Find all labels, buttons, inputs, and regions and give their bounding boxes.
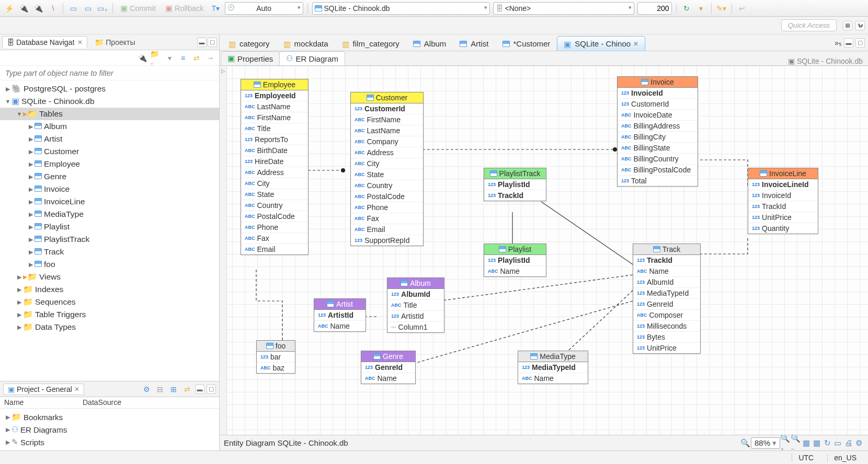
entity-column[interactable]: ABCState (351, 169, 423, 180)
tree-row[interactable]: ▼▣SQLite - Chinook.db (0, 95, 219, 108)
entity-mediatype[interactable]: MediaType123MediaTypeIdABCName (518, 351, 588, 384)
minimize-icon[interactable]: ▬ (195, 385, 204, 394)
tree-row[interactable]: ▶▸📁Views (0, 271, 219, 283)
disconnect-icon[interactable]: 🔌 (32, 3, 44, 14)
entity-column[interactable]: 123bar (257, 352, 295, 363)
entity-column[interactable]: 123TrackId (748, 201, 818, 212)
tree-row[interactable]: ▶Genre (0, 170, 219, 183)
tab-projects[interactable]: 📁 Проекты (90, 37, 139, 48)
tree-row[interactable]: ▶Track (0, 246, 219, 258)
zoom-out-icon[interactable]: 🔍₋ (791, 438, 801, 448)
tree-row[interactable]: ▶🐘PostgreSQL - postgres (0, 83, 219, 95)
tree-row[interactable]: ▶Album (0, 120, 219, 133)
entity-column[interactable]: 123Quantity (748, 223, 818, 234)
tree-row[interactable]: ▶📁Data Types (0, 321, 219, 333)
entity-column[interactable]: ABCFirstName (351, 114, 423, 125)
tx-mode-combo[interactable]: Auto🕘▾ (225, 2, 303, 15)
tree-row[interactable]: ▶PlaylistTrack (0, 233, 219, 246)
entity-column[interactable]: ABCName (361, 373, 415, 384)
entity-column[interactable]: 123PlaylistId (484, 255, 546, 266)
rollback-button[interactable]: ▣Rollback (162, 3, 207, 14)
disconnect-all-icon[interactable]: ⧵ (47, 3, 59, 14)
maximize-icon[interactable]: ▢ (855, 38, 865, 48)
entity-column[interactable]: ABCBillingPostalCode (618, 165, 698, 176)
entity-track[interactable]: Track123TrackIdABCName123AlbumId123Media… (633, 243, 701, 354)
entity-column[interactable]: ABCBirthDate (241, 145, 308, 156)
tree-row[interactable]: ▶📁Bookmarks (0, 411, 219, 423)
search-icon[interactable]: 🔍 (740, 438, 751, 448)
entity-column[interactable]: 123SupportRepId (351, 235, 423, 246)
schema-combo[interactable]: 🗄 <None>▾ (493, 2, 634, 15)
entity-column[interactable]: ABCFax (241, 233, 308, 244)
new-connection-alt-icon[interactable]: 🔌 (18, 3, 29, 14)
entity-column[interactable]: 123PlaylistId (484, 179, 546, 190)
entity-column[interactable]: ABCPhone (241, 222, 308, 233)
new-folder-icon[interactable]: 📁₊ (150, 52, 162, 64)
entity-column[interactable]: ABCAddress (351, 147, 423, 158)
tree-row[interactable]: ▶📁Table Triggers (0, 308, 219, 321)
plug-icon[interactable]: 🔌 (136, 52, 148, 64)
tree-row[interactable]: ▶Employee (0, 158, 219, 170)
entity-column[interactable]: ABCBillingAddress (618, 121, 698, 132)
entity-column[interactable]: 123ArtistId (314, 310, 366, 321)
print-icon[interactable]: 🖨 (843, 438, 853, 448)
entity-column[interactable]: 123EmployeeId (241, 90, 308, 101)
editor-tab[interactable]: ▣SQLite - Chinoo✕ (557, 36, 645, 51)
entity-column[interactable]: 123ArtistId (387, 311, 444, 322)
tab-project-general[interactable]: ▣ Project - General ✕ (3, 384, 84, 395)
entity-column[interactable]: 123HireDate (241, 156, 308, 167)
tree-row[interactable]: ▶Playlist (0, 221, 219, 233)
minimize-icon[interactable]: ▬ (197, 38, 207, 47)
editor-tab[interactable]: Artist (453, 36, 495, 51)
zoom-in-icon[interactable]: 🔍₊ (780, 438, 791, 448)
tree-row[interactable]: ▶MediaType (0, 208, 219, 221)
link-icon[interactable]: ⇄ (181, 384, 193, 395)
entity-column[interactable]: ABCPostalCode (241, 211, 308, 222)
entity-column[interactable]: ABCName (314, 321, 366, 331)
entity-playlist[interactable]: Playlist123PlaylistIdABCName (484, 243, 546, 277)
entity-column[interactable]: 123MediaTypeId (518, 362, 588, 373)
entity-column[interactable]: 123AlbumId (633, 277, 700, 288)
entity-column[interactable]: 123MediaTypeId (633, 288, 700, 299)
tree-row[interactable]: ▶⚇ER Diagrams (0, 423, 219, 436)
stop-icon[interactable]: ▾ (695, 3, 707, 14)
minimize-icon[interactable]: ▬ (844, 38, 853, 48)
entity-column[interactable]: 123GenreId (633, 299, 700, 310)
er-canvas[interactable]: ▷ (220, 66, 868, 435)
entity-column[interactable]: 123Milliseconds (633, 321, 700, 332)
project-tree[interactable]: ▶📁Bookmarks▶⚇ER Diagrams▶✎Scripts (0, 409, 219, 450)
entity-column[interactable]: 123UnitPrice (633, 343, 700, 353)
new-sql-icon[interactable]: ▭ (67, 3, 79, 14)
entity-column[interactable]: ABCEmail (241, 244, 308, 254)
commit-marker-icon[interactable]: ✎▾ (716, 3, 727, 14)
refresh-icon[interactable]: ↻ (681, 3, 692, 14)
editor-tab[interactable]: ▥category (222, 36, 277, 51)
maximize-icon[interactable]: ▢ (207, 385, 216, 394)
tree-row[interactable]: ▶foo (0, 258, 219, 271)
entity-column[interactable]: ABCCity (351, 158, 423, 169)
entity-column[interactable]: ABCCountry (241, 200, 308, 211)
entity-column[interactable]: ABCPhone (351, 202, 423, 213)
recent-sql-icon[interactable]: ▭ (82, 3, 94, 14)
entity-column[interactable]: ABCCompany (351, 136, 423, 147)
editor-tab[interactable]: ▥film_category (335, 36, 406, 51)
more-tabs-icon[interactable]: »₅ (835, 39, 842, 47)
filter-input[interactable] (0, 66, 219, 80)
entity-column[interactable]: ABCBillingState (618, 143, 698, 154)
quick-access-button[interactable]: Quick Access (781, 19, 837, 31)
subtab-properties[interactable]: ▣ Properties (221, 51, 280, 65)
entity-column[interactable]: ABCFirstName (241, 112, 308, 123)
entity-column[interactable]: ABCCountry (351, 180, 423, 191)
entity-playlisttrack[interactable]: PlaylistTrack123PlaylistId123TrackId (484, 168, 546, 201)
entity-column[interactable]: 123CustomerId (351, 103, 423, 114)
chevron-down-icon[interactable]: ▾ (164, 52, 175, 64)
entity-column[interactable]: 123UnitPrice (748, 212, 818, 223)
close-icon[interactable]: ✕ (74, 386, 79, 393)
nav-tree[interactable]: ▶🐘PostgreSQL - postgres▼▣SQLite - Chinoo… (0, 80, 219, 381)
entity-column[interactable]: 123InvoiceLineId (748, 179, 818, 190)
tree-row[interactable]: ▶Invoice (0, 183, 219, 195)
maximize-icon[interactable]: ▢ (208, 38, 217, 47)
entity-column[interactable]: ◦◦◦Column1 (387, 322, 444, 332)
entity-column[interactable]: 123ReportsTo (241, 134, 308, 145)
entity-foo[interactable]: foo123barABCbaz (256, 340, 295, 374)
